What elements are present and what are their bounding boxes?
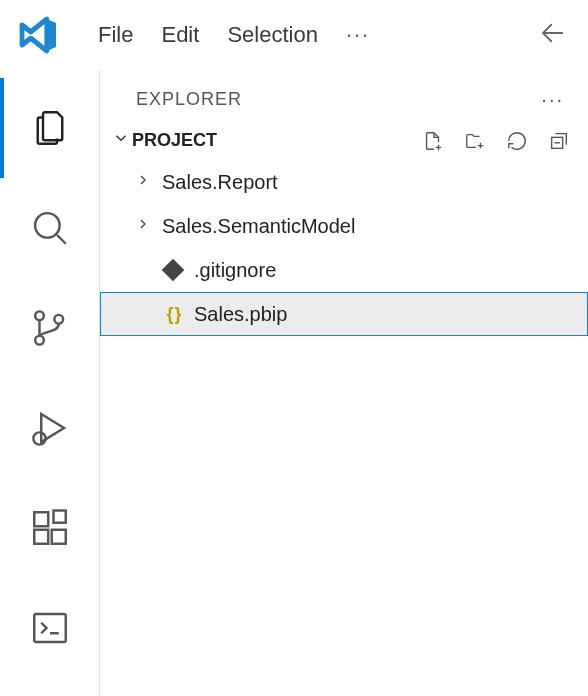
run-debug-icon: [29, 407, 71, 449]
tree-item-label: Sales.SemanticModel: [162, 215, 355, 238]
extensions-icon: [29, 507, 71, 549]
explorer-header: EXPLORER ···: [100, 70, 588, 123]
chevron-right-icon: [134, 172, 152, 193]
activity-extensions[interactable]: [0, 478, 100, 578]
menu-selection[interactable]: Selection: [227, 22, 318, 48]
terminal-icon: [29, 607, 71, 649]
activity-terminal[interactable]: [0, 578, 100, 678]
svg-point-2: [35, 336, 44, 345]
activity-run-debug[interactable]: [0, 378, 100, 478]
svg-point-4: [33, 432, 45, 444]
explorer-more-icon[interactable]: ···: [541, 88, 564, 111]
svg-rect-6: [34, 530, 48, 544]
project-section-header[interactable]: PROJECT: [100, 123, 588, 158]
chevron-right-icon: [134, 216, 152, 237]
tree-file-sales-pbip[interactable]: { } Sales.pbip: [100, 292, 588, 336]
section-actions: [422, 130, 570, 152]
svg-rect-8: [53, 511, 65, 523]
project-section-label: PROJECT: [132, 130, 217, 151]
braces-icon: { }: [162, 304, 184, 325]
vscode-icon: [18, 15, 58, 55]
title-bar: File Edit Selection ···: [0, 0, 588, 70]
branch-icon: [29, 307, 71, 349]
collapse-all-icon[interactable]: [548, 130, 570, 152]
svg-point-3: [54, 315, 63, 324]
explorer-sidebar: EXPLORER ··· PROJECT: [100, 70, 588, 696]
chevron-down-icon: [110, 129, 132, 152]
new-folder-icon[interactable]: [464, 130, 486, 152]
menu-file[interactable]: File: [98, 22, 133, 48]
search-icon: [29, 207, 71, 249]
activity-bar: [0, 70, 100, 696]
tree-folder-sales-report[interactable]: Sales.Report: [100, 160, 588, 204]
tree-folder-sales-semanticmodel[interactable]: Sales.SemanticModel: [100, 204, 588, 248]
svg-point-0: [35, 213, 60, 238]
tree-item-label: Sales.Report: [162, 171, 278, 194]
file-tree: Sales.Report Sales.SemanticModel .gitign…: [100, 158, 588, 336]
menu-overflow-icon[interactable]: ···: [346, 22, 370, 48]
menu-edit[interactable]: Edit: [161, 22, 199, 48]
svg-rect-5: [34, 512, 48, 526]
svg-rect-7: [51, 530, 65, 544]
back-arrow-icon[interactable]: [538, 18, 568, 53]
git-file-icon: [162, 262, 184, 278]
activity-explorer[interactable]: [0, 78, 100, 178]
tree-item-label: Sales.pbip: [194, 303, 287, 326]
tree-file-gitignore[interactable]: .gitignore: [100, 248, 588, 292]
refresh-icon[interactable]: [506, 130, 528, 152]
svg-rect-9: [34, 614, 66, 642]
new-file-icon[interactable]: [422, 130, 444, 152]
tree-item-label: .gitignore: [194, 259, 276, 282]
activity-source-control[interactable]: [0, 278, 100, 378]
explorer-title: EXPLORER: [136, 89, 242, 110]
files-icon: [29, 107, 71, 149]
svg-point-1: [35, 311, 44, 320]
menu-bar: File Edit Selection ···: [98, 22, 370, 48]
activity-search[interactable]: [0, 178, 100, 278]
